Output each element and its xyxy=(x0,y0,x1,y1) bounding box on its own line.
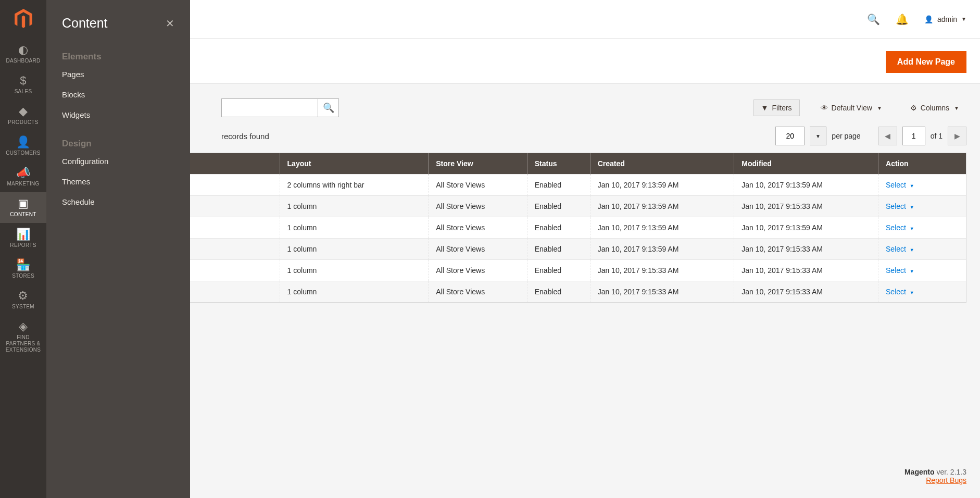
nav-icon: ◈ xyxy=(19,320,28,333)
flyout-link-pages[interactable]: Pages xyxy=(46,64,190,84)
gear-icon: ⚙ xyxy=(910,104,917,112)
flyout-title: Content xyxy=(62,16,108,31)
pager: ▼ per page ◀ of 1 ▶ xyxy=(775,127,966,145)
nav-icon: 📣 xyxy=(16,166,30,180)
table-row[interactable]: customer-service1 columnAll Store ViewsE… xyxy=(60,281,966,303)
flyout-link-configuration[interactable]: Configuration xyxy=(46,151,190,171)
nav-item-find-partners-extensions[interactable]: ◈FIND PARTNERS & EXTENSIONS xyxy=(0,315,46,358)
filters-button[interactable]: ▼ Filters xyxy=(753,99,800,116)
table-row[interactable]: no-route2 columns with right barAll Stor… xyxy=(60,175,966,196)
select-action[interactable]: Select ▼ xyxy=(886,223,914,232)
cell-modified: Jan 10, 2017 9:15:33 AM xyxy=(734,239,878,260)
flyout-link-widgets[interactable]: Widgets xyxy=(46,105,190,125)
close-icon[interactable]: ✕ xyxy=(166,17,174,30)
nav-item-dashboard[interactable]: ◐DASHBOARD xyxy=(0,39,46,69)
page-input[interactable] xyxy=(902,127,925,145)
select-action[interactable]: Select ▼ xyxy=(886,202,914,210)
content-flyout: Content ✕ ElementsPagesBlocksWidgetsDesi… xyxy=(46,0,190,498)
toolbar-right: ▼ Filters 👁 Default View ▼ ⚙ Columns ▼ xyxy=(753,99,966,116)
nav-item-customers[interactable]: 👤CUSTOMERS xyxy=(0,131,46,161)
cell-layout: 2 columns with right bar xyxy=(280,175,429,196)
nav-item-sales[interactable]: $SALES xyxy=(0,69,46,100)
nav-item-system[interactable]: ⚙SYSTEM xyxy=(0,284,46,315)
data-grid: URL Key Layout Store View Status Created… xyxy=(60,153,966,303)
cell-modified: Jan 10, 2017 9:15:33 AM xyxy=(734,196,878,217)
search-button[interactable]: 🔍 xyxy=(318,98,339,117)
add-new-page-button[interactable]: Add New Page xyxy=(886,51,966,73)
cell-status: Enabled xyxy=(527,260,590,281)
report-bugs-link[interactable]: Report Bugs xyxy=(926,476,966,484)
table-header-row: URL Key Layout Store View Status Created… xyxy=(60,153,966,175)
nav-label: PRODUCTS xyxy=(6,119,41,126)
nav-label: SYSTEM xyxy=(10,304,36,310)
flyout-section-heading: Elements xyxy=(46,38,190,64)
col-action[interactable]: Action xyxy=(878,153,966,175)
col-created[interactable]: Created xyxy=(590,153,734,175)
nav-label: SALES xyxy=(12,89,34,95)
notifications-icon[interactable]: 🔔 xyxy=(896,13,909,26)
table-row[interactable]: enable-cookies1 columnAll Store ViewsEna… xyxy=(60,217,966,239)
chevron-down-icon: ▼ xyxy=(910,183,914,189)
cell-layout: 1 column xyxy=(280,260,429,281)
cell-status: Enabled xyxy=(527,175,590,196)
nav-label: STORES xyxy=(10,273,36,279)
flyout-link-themes[interactable]: Themes xyxy=(46,171,190,192)
cell-created: Jan 10, 2017 9:13:59 AM xyxy=(590,196,734,217)
select-action[interactable]: Select ▼ xyxy=(886,181,914,189)
user-icon: 👤 xyxy=(924,15,933,23)
cell-modified: Jan 10, 2017 9:15:33 AM xyxy=(734,281,878,303)
flyout-section-heading: Design xyxy=(46,125,190,151)
cell-layout: 1 column xyxy=(280,196,429,217)
nav-item-reports[interactable]: 📊REPORTS xyxy=(0,223,46,254)
flyout-link-schedule[interactable]: Schedule xyxy=(46,192,190,212)
cell-store-view: All Store Views xyxy=(429,260,527,281)
select-action[interactable]: Select ▼ xyxy=(886,288,914,296)
cell-status: Enabled xyxy=(527,196,590,217)
cell-status: Enabled xyxy=(527,281,590,303)
cell-status: Enabled xyxy=(527,239,590,260)
keyword-search-input[interactable] xyxy=(221,98,318,117)
nav-label: CONTENT xyxy=(8,211,38,218)
nav-icon: 👤 xyxy=(16,135,30,149)
nav-icon: 🏪 xyxy=(16,258,30,272)
cell-store-view: All Store Views xyxy=(429,217,527,239)
col-store-view[interactable]: Store View xyxy=(429,153,527,175)
table-row[interactable]: home1 columnAll Store ViewsEnabledJan 10… xyxy=(60,196,966,217)
default-view-button[interactable]: 👁 Default View ▼ xyxy=(813,100,889,116)
nav-item-products[interactable]: ◆PRODUCTS xyxy=(0,100,46,131)
col-modified[interactable]: Modified xyxy=(734,153,878,175)
nav-label: CUSTOMERS xyxy=(4,150,42,156)
per-page-input[interactable] xyxy=(775,127,805,145)
records-found: records found xyxy=(221,132,269,141)
columns-button[interactable]: ⚙ Columns ▼ xyxy=(903,100,966,116)
cell-store-view: All Store Views xyxy=(429,196,527,217)
cell-layout: 1 column xyxy=(280,217,429,239)
cell-action: Select ▼ xyxy=(878,196,966,217)
nav-item-content[interactable]: ▣CONTENT xyxy=(0,192,46,223)
cell-modified: Jan 10, 2017 9:13:59 AM xyxy=(734,175,878,196)
table-row[interactable]: privacy-policy-cookie-restriction-mode1 … xyxy=(60,239,966,260)
per-page-dropdown[interactable]: ▼ xyxy=(810,127,826,145)
chevron-down-icon: ▼ xyxy=(954,105,959,111)
chevron-down-icon: ▼ xyxy=(910,290,914,295)
magento-logo[interactable] xyxy=(0,0,46,39)
table-row[interactable]: about-us1 columnAll Store ViewsEnabledJa… xyxy=(60,260,966,281)
flyout-link-blocks[interactable]: Blocks xyxy=(46,84,190,105)
cell-store-view: All Store Views xyxy=(429,239,527,260)
admin-menu[interactable]: 👤 admin ▼ xyxy=(924,15,966,23)
select-action[interactable]: Select ▼ xyxy=(886,245,914,253)
chevron-down-icon: ▼ xyxy=(910,269,914,274)
select-action[interactable]: Select ▼ xyxy=(886,266,914,275)
nav-item-marketing[interactable]: 📣MARKETING xyxy=(0,161,46,192)
cell-created: Jan 10, 2017 9:13:59 AM xyxy=(590,239,734,260)
nav-item-stores[interactable]: 🏪STORES xyxy=(0,254,46,284)
cell-layout: 1 column xyxy=(280,239,429,260)
prev-page-button[interactable]: ◀ xyxy=(878,127,897,145)
nav-icon: ◆ xyxy=(19,105,28,118)
col-layout[interactable]: Layout xyxy=(280,153,429,175)
col-status[interactable]: Status xyxy=(527,153,590,175)
cell-created: Jan 10, 2017 9:15:33 AM xyxy=(590,281,734,303)
cell-modified: Jan 10, 2017 9:15:33 AM xyxy=(734,260,878,281)
next-page-button[interactable]: ▶ xyxy=(948,127,966,145)
search-icon[interactable]: 🔍 xyxy=(867,13,880,26)
